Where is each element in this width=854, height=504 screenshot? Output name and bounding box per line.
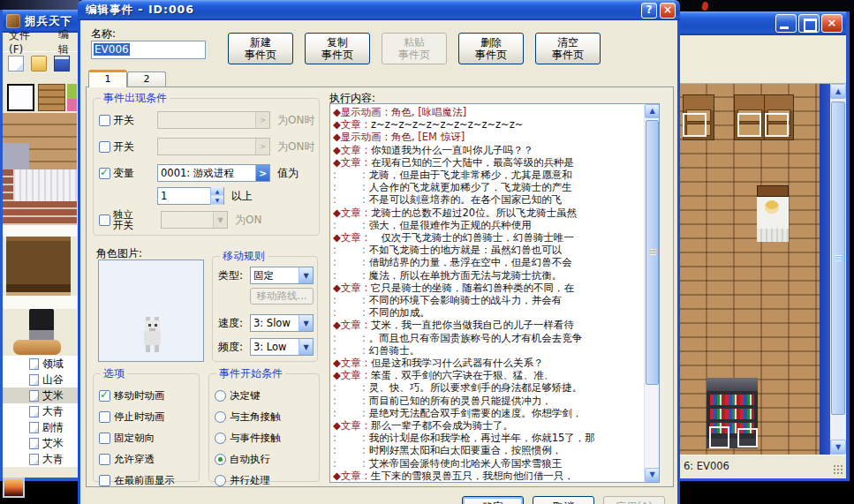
scroll-up-icon[interactable]: ▲ [830, 84, 846, 99]
command-line[interactable]: ◆文章 : 在现有已知的三个大陆中，最高等级的兵种是 [333, 156, 642, 169]
tileset-palette[interactable] [3, 75, 77, 356]
new-file-icon[interactable] [8, 56, 24, 71]
scrollbar-thumb[interactable] [646, 120, 659, 385]
move-freq-arrow-icon[interactable]: ▼ [299, 339, 313, 355]
scroll-down-icon[interactable]: ▼ [830, 440, 846, 455]
map-window-titlebar[interactable]: × [680, 11, 846, 35]
map-tree[interactable]: 领域山谷艾米大青剧情艾米大青 [3, 356, 79, 467]
event-cell-outline[interactable] [737, 428, 758, 448]
command-line[interactable]: : : 不同的环境下会影响骑士的战斗力，并会有 [333, 294, 642, 306]
taskbar-thumbnail-icon[interactable] [3, 478, 25, 498]
tile-grass[interactable] [67, 84, 77, 111]
trigger-radio[interactable] [215, 475, 226, 486]
menu-file[interactable]: 文件(F) [9, 28, 44, 56]
spinner-buttons[interactable]: ▲▼ [210, 187, 223, 205]
page-button-5[interactable]: 清空事件页 [535, 33, 601, 64]
command-line[interactable]: : : 。而且也只有帝国贵族称号的人才有机会去竞争 [333, 332, 642, 344]
resize-grip[interactable] [833, 464, 844, 476]
threshold-spinner[interactable]: 1 ▲▼ [157, 187, 224, 205]
command-line[interactable]: : : 借助结界的力量，悬浮在空中，但是幻兽不会 [333, 256, 642, 268]
move-type-arrow-icon[interactable]: ▼ [299, 267, 313, 283]
tab-2[interactable]: 2 [127, 71, 166, 87]
trigger-row[interactable]: 自动执行 [215, 453, 315, 466]
map-vertical-scrollbar[interactable]: ▲ ▼ [830, 84, 846, 455]
move-freq-dropdown[interactable]: 3: Low ▼ [250, 338, 314, 356]
map-tree-item[interactable]: 艾米 [3, 435, 79, 451]
event-cell-outline[interactable] [683, 113, 707, 137]
command-line[interactable]: ◆文章 : 生下来的雪狼灵兽五只，我想向他们借一只， [333, 470, 642, 482]
menu-edit[interactable]: 编辑 [58, 27, 79, 57]
command-line[interactable]: : : 而目前已知的所有的灵兽只能提供冲力， [333, 395, 642, 407]
tile-empty-row[interactable] [3, 225, 77, 237]
trigger-row[interactable]: 并行处理 [215, 474, 315, 487]
map-tree-item[interactable]: 领域 [3, 356, 79, 372]
command-line[interactable]: ◆文章 : 笨蛋，双手剑的六字诀在于狠、猛、准、 [333, 369, 642, 381]
dialog-close-button[interactable]: × [660, 3, 676, 19]
self-switch-checkbox[interactable] [99, 214, 110, 226]
command-line[interactable]: : : 不如飞龙骑士的地方就是：虽然幻兽也可以 [333, 244, 642, 256]
command-line[interactable]: : : 人合作的飞龙就更加稀少了，飞龙骑士的产生 [333, 181, 642, 193]
command-line[interactable]: : : 魔法，所以在单挑方面无法与龙骑士抗衡。 [333, 269, 642, 282]
page-button-1[interactable]: 新建事件页 [228, 33, 293, 64]
command-line[interactable]: : : 我的计划是你和我学枪，再过半年，你就15了，那 [333, 432, 642, 444]
option-checkbox[interactable] [99, 433, 110, 444]
trigger-radio[interactable] [215, 411, 226, 423]
footer-button[interactable]: 取消 [533, 496, 594, 504]
command-line[interactable]: : : 不是可以刻意培养的。在各个国家已知的飞 [333, 193, 642, 206]
tile-wardrobe-sprite[interactable] [6, 237, 71, 296]
page-button-2[interactable]: 复制事件页 [305, 33, 370, 64]
open-folder-icon[interactable] [31, 56, 47, 71]
variable-choose-icon[interactable]: > [255, 165, 269, 181]
option-checkbox[interactable] [99, 411, 110, 423]
event-name-input[interactable]: EV006 [91, 41, 206, 59]
tile-monitor-sprite[interactable] [29, 309, 54, 344]
option-row[interactable]: 固定朝向 [99, 432, 195, 445]
variable-combo[interactable]: 0001: 游戏进程 > [157, 164, 270, 182]
option-row[interactable]: 在最前面显示 [99, 474, 195, 487]
command-line[interactable]: : : 灵、快、巧。所以要求剑手的身法都足够矫捷。 [333, 381, 642, 394]
map-tree-item[interactable]: 艾米 [3, 387, 79, 403]
scroll-up-icon[interactable]: ▲ [645, 104, 660, 118]
tile-blank-selected[interactable] [7, 84, 34, 111]
command-line[interactable]: ◆文章 : 但是这和我学习什么武器有什么关系？ [333, 357, 642, 369]
switch2-checkbox[interactable] [99, 141, 110, 153]
variable-checkbox[interactable] [99, 168, 110, 179]
move-type-dropdown[interactable]: 固定 ▼ [250, 267, 314, 284]
scroll-down-icon[interactable]: ▼ [645, 468, 660, 482]
trigger-radio[interactable] [215, 454, 226, 465]
tile-brick-wall[interactable] [3, 201, 77, 225]
switch1-checkbox[interactable] [99, 115, 110, 126]
command-line[interactable]: ◆显示动画 : 角色, [咏唱魔法] [333, 106, 642, 118]
command-list[interactable]: ◆显示动画 : 角色, [咏唱魔法]◆文章 : z~z~z~z~z~z~z~z~… [329, 103, 660, 483]
trigger-radio[interactable] [215, 433, 226, 444]
command-line[interactable]: : : 不同的加成。 [333, 306, 642, 319]
spin-up-icon[interactable]: ▲ [211, 187, 223, 196]
spin-down-icon[interactable]: ▼ [211, 196, 223, 205]
command-line[interactable]: : : 是绝对无法配合双手剑需要的速度。你想学剑， [333, 407, 642, 419]
tile-empty-row2[interactable] [3, 296, 77, 309]
map-canvas[interactable] [680, 84, 820, 455]
command-line[interactable]: ◆文章 : z~z~z~z~z~z~z~z~z~z~z~ [333, 118, 642, 131]
trigger-row[interactable]: 与事件接触 [215, 432, 315, 445]
tab-1[interactable]: 1 [88, 70, 127, 87]
option-checkbox[interactable] [99, 475, 110, 486]
map-tree-item[interactable]: 大青 [3, 403, 79, 419]
tile-parquet[interactable] [38, 84, 65, 111]
option-row[interactable]: 停止时动画 [99, 410, 195, 424]
option-checkbox[interactable] [99, 454, 110, 465]
close-button[interactable]: × [821, 14, 843, 33]
command-line[interactable]: : : 强大，但是很难作为正规的兵种使用 [333, 219, 642, 231]
tile-brick-edge[interactable] [3, 169, 13, 201]
trigger-row[interactable]: 与主角接触 [215, 410, 315, 424]
minimize-button[interactable] [775, 14, 797, 33]
page-button-4[interactable]: 删除事件页 [458, 33, 524, 64]
command-line[interactable]: ◆文章 : 龙骑士的总数不超过20位。所以飞龙骑士虽然 [333, 207, 642, 219]
command-line[interactable]: ◆文章 : 它只是骑士的坐骑，随着幻兽种类的不同，在 [333, 282, 642, 294]
character-graphic-box[interactable] [98, 260, 204, 362]
scrollbar-thumb[interactable] [831, 102, 845, 415]
save-icon[interactable] [54, 56, 70, 71]
command-line[interactable]: ◆显示动画 : 角色, [EM 惊讶] [333, 131, 642, 143]
command-line[interactable]: : : 幻兽骑士。 [333, 344, 642, 357]
option-row[interactable]: 允许穿透 [99, 453, 195, 466]
command-scrollbar[interactable]: ▲ ▼ [644, 104, 659, 482]
